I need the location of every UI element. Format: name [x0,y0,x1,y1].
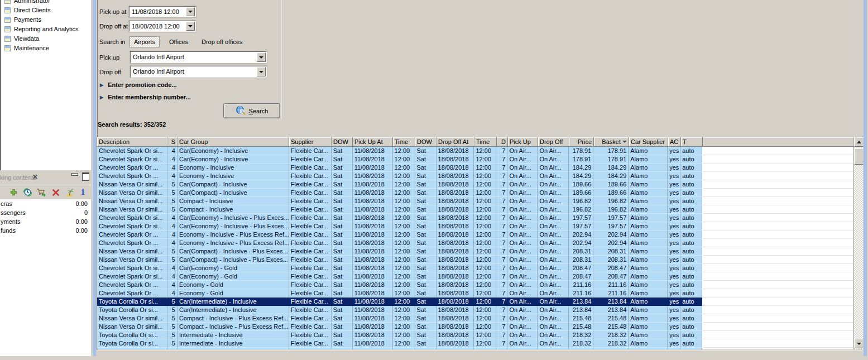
expand-arrow-icon: ▶ [100,83,103,88]
membership-number-toggle[interactable]: ▶ Enter membership number... [100,94,191,100]
results-table-header: DescriptionSCar GroupSupplierDOWPick Up … [97,137,864,147]
column-header[interactable]: Drop Off At [437,137,474,147]
vertical-scrollbar[interactable] [853,137,864,349]
availability-clock-icon[interactable] [23,188,32,197]
summary-label: cras [1,200,12,207]
result-row[interactable]: Chevrolet Spark Or si...4Car(Economy) - … [97,264,853,272]
scrollbar-thumb[interactable] [854,148,864,165]
search-in-tabs: AirportsOfficesDrop off offices [130,36,247,47]
result-row[interactable]: Nissan Versa Or simil...5Car(Compact) - … [97,256,853,264]
column-header[interactable]: DOW [415,137,437,147]
result-row[interactable]: Chevrolet Spark Or ...4Economy - GoldFle… [97,281,853,289]
summary-label: ssengers [1,209,26,216]
column-header[interactable]: Basket [594,137,629,147]
result-row[interactable]: Chevrolet Spark Or ...4Economy - GoldFle… [97,289,853,297]
result-row[interactable]: Chevrolet Spark Or ...4Economy - Inclusi… [97,172,853,180]
column-header[interactable]: T [681,137,703,147]
column-header[interactable]: Description [97,137,167,147]
result-row[interactable]: Nissan Versa Or simil...5Compact - Inclu… [97,314,853,323]
pick-up-at-label: Pick up at [99,8,126,15]
result-row[interactable]: Chevrolet Spark Or si...4Car(Economy) - … [97,272,853,281]
result-row[interactable]: Toyota Corolla Or si...5Intermediate - I… [97,339,853,348]
result-row[interactable]: Chevrolet Spark Or ...4Economy - Inclusi… [97,239,853,247]
close-icon[interactable]: ✕ [32,173,38,181]
scroll-down-icon[interactable] [854,339,864,348]
pick-up-at-dropdown-icon[interactable] [186,7,195,16]
column-header[interactable]: Time [393,137,415,147]
summary-value: 0.00 [76,227,88,234]
column-header[interactable]: Time [474,137,497,147]
result-row[interactable]: Chevrolet Spark Or si...4Car(Economy) - … [97,147,853,155]
result-row[interactable]: Chevrolet Spark Or ...4Economy - Inclusi… [97,231,853,239]
search-button[interactable]: Search [223,103,280,118]
add-icon[interactable] [9,188,18,197]
column-header[interactable]: Car Supplier [629,137,668,147]
result-row[interactable]: Nissan Versa Or simil...5Car(Compact) - … [97,247,853,256]
result-row[interactable]: Chevrolet Spark Or si...4Car(Economy) - … [97,214,853,222]
result-row[interactable]: Nissan Versa Or simil...5Compact - Inclu… [97,205,853,214]
sidebar-item[interactable]: Payments [4,15,41,24]
delete-icon[interactable] [51,188,60,197]
sidebar-menu: AdministratorDirect ClientsPaymentsRepor… [0,0,91,170]
sidebar-item-label: Payments [14,16,41,23]
sidebar-item[interactable]: Reporting and Analytics [4,25,79,33]
column-header[interactable] [703,137,854,147]
pick-up-value: Orlando Intl Airport [133,54,184,60]
drop-off-combobox[interactable]: Orlando Intl Airport [130,66,267,78]
result-row[interactable]: Chevrolet Spark Or si...4Car(Economy) - … [97,222,853,231]
app-window: AdministratorDirect ClientsPaymentsRepor… [0,0,868,360]
drop-off-at-field[interactable]: 18/08/2018 12:00 [129,21,196,32]
booking-summary-row: cras0.00 [0,199,91,208]
sidebar-item[interactable]: Viewdata [4,34,39,43]
column-header[interactable]: S [167,137,178,147]
drop-off-at-dropdown-icon[interactable] [186,22,195,31]
result-row[interactable]: Nissan Versa Or simil...5Compact - Inclu… [97,197,853,205]
result-row[interactable]: Nissan Versa Or simil...5Compact - Inclu… [97,323,853,331]
sidebar-item-label: Direct Clients [14,7,50,13]
result-row[interactable]: Nissan Versa Or simil...5Car(Compact) - … [97,189,853,197]
column-header[interactable]: AC [668,137,681,147]
info-icon[interactable]: i [79,188,88,197]
result-row[interactable]: Chevrolet Spark Or ...4Economy - Inclusi… [97,164,853,172]
drop-off-label: Drop off [99,69,121,75]
promotion-code-toggle[interactable]: ▶ Enter promotion code... [100,81,177,88]
pick-up-dropdown-icon[interactable] [257,52,266,62]
booking-summary-list: cras0.00ssengers0yments0.00funds0.00 [0,199,91,235]
search-in-tab[interactable]: Airports [130,36,160,47]
result-row[interactable]: Chevrolet Spark Or si...4Car(Economy) - … [97,155,853,164]
result-row[interactable]: Toyota Corolla Or si...5Car(Intermediate… [97,306,853,314]
result-row[interactable]: Toyota Corolla Or si...5Intermediate - I… [97,331,853,339]
results-count: Search results: 352/352 [98,121,166,128]
column-header[interactable]: Drop Off [538,137,569,147]
sidebar-item[interactable]: Administrator [4,0,50,5]
column-header[interactable]: DOW [332,137,353,147]
sidebar-item-label: Viewdata [14,35,39,42]
search-in-tab[interactable]: Drop off offices [198,37,247,47]
pick-up-at-field[interactable]: 11/08/2018 12:00 [129,6,196,17]
result-row[interactable]: Toyota Corolla Or si...5Car(Intermediate… [97,297,853,306]
sidebar-item[interactable]: Maintenance [4,44,49,52]
summary-value: 0 [84,209,88,216]
column-header[interactable]: Pick Up At [353,137,393,147]
holiday-icon[interactable] [65,188,74,197]
form-icon [4,0,11,4]
sidebar-item-label: Maintenance [14,45,49,51]
result-row[interactable]: Nissan Versa Or simil...5Car(Compact) - … [97,180,853,189]
maximize-icon[interactable] [81,172,90,180]
pick-up-combobox[interactable]: Orlando Intl Airport [130,51,267,63]
minimize-icon[interactable] [70,172,79,180]
sidebar-item[interactable]: Direct Clients [4,6,50,15]
search-in-tab[interactable]: Offices [165,37,192,47]
drop-off-at-value: 18/08/2018 12:00 [132,23,180,30]
booking-summary-row: funds0.00 [0,226,91,235]
cart-icon[interactable] [37,188,46,197]
booking-panel-tab[interactable]: king contents [0,174,36,181]
result-row[interactable]: Nissan Versa Or simil...5Car(Compact) - … [97,348,853,349]
column-header[interactable]: Supplier [289,137,332,147]
scroll-up-icon[interactable] [854,137,864,147]
column-header[interactable]: Price [569,137,594,147]
column-header[interactable]: D [497,137,508,147]
column-header[interactable]: Car Group [178,137,289,147]
column-header[interactable]: Pick Up [508,137,538,147]
drop-off-dropdown-icon[interactable] [257,67,266,76]
